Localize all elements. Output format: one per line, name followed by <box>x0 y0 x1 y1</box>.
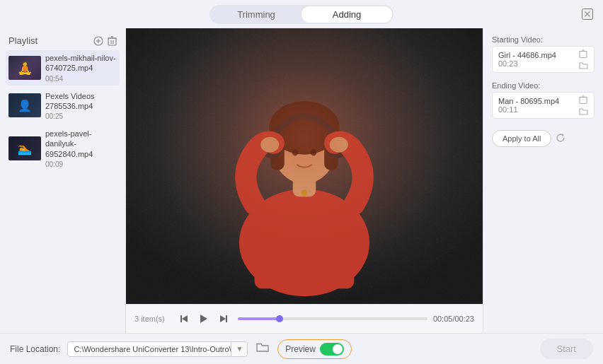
svg-rect-29 <box>580 52 587 58</box>
prev-button[interactable] <box>176 310 193 327</box>
ending-video-label: Ending Video: <box>492 81 595 90</box>
list-item[interactable]: pexels-pavel-danilyuk-6952840.mp4 00:09 <box>6 126 120 171</box>
play-button[interactable] <box>195 310 212 327</box>
svg-point-13 <box>272 110 337 184</box>
progress-bar[interactable] <box>238 317 427 320</box>
ending-video-input: Man - 80695.mp4 00:11 <box>492 92 595 119</box>
svg-point-14 <box>269 101 340 155</box>
tab-adding[interactable]: Adding <box>302 6 392 23</box>
ending-video-actions <box>576 95 588 115</box>
svg-point-18 <box>324 131 349 158</box>
apply-row: Apply to All <box>492 130 595 147</box>
svg-rect-28 <box>226 315 227 322</box>
svg-rect-32 <box>580 98 587 104</box>
control-bar: 3 item(s) <box>126 304 483 333</box>
starting-video-info: Girl - 44686.mp4 00:23 <box>498 51 576 68</box>
delete-item-button[interactable] <box>108 36 117 46</box>
next-button[interactable] <box>215 310 232 327</box>
svg-rect-9 <box>126 28 483 304</box>
browse-folder-button[interactable] <box>255 342 270 356</box>
svg-rect-25 <box>180 315 182 322</box>
ending-video-section: Ending Video: Man - 80695.mp4 00:11 <box>492 81 595 119</box>
svg-point-20 <box>330 137 348 153</box>
start-button[interactable]: Start <box>540 339 593 359</box>
svg-marker-26 <box>200 315 207 323</box>
svg-marker-27 <box>220 315 226 322</box>
ending-video-filename: Man - 80695.mp4 <box>498 97 576 105</box>
starting-video-filename: Girl - 44686.mp4 <box>498 51 576 59</box>
preview-toggle[interactable] <box>320 343 344 356</box>
right-panel: Starting Video: Girl - 44686.mp4 00:23 <box>483 28 603 333</box>
svg-point-10 <box>239 189 369 297</box>
tab-switcher: Trimming Adding <box>209 5 394 24</box>
progress-fill <box>238 317 280 320</box>
svg-marker-35 <box>562 134 564 136</box>
title-bar: Trimming Adding ✕ <box>0 0 603 28</box>
starting-folder-button[interactable] <box>579 61 588 69</box>
play-controls <box>176 310 232 327</box>
main-content: Playlist <box>0 28 603 333</box>
svg-rect-11 <box>255 204 355 288</box>
file-path-dropdown[interactable]: C:\Wondershare UniConverter 13\Intro-Out… <box>67 341 248 357</box>
app-window: Trimming Adding ✕ Playlist <box>0 0 603 364</box>
playlist-item-name: pexels-mikhail-nilov-6740725.mp4 <box>45 53 117 74</box>
svg-rect-15 <box>270 124 285 170</box>
svg-marker-24 <box>182 315 188 322</box>
starting-video-time: 00:23 <box>498 59 576 68</box>
playlist-item-name: Pexels Videos 2785536.mp4 <box>45 91 117 112</box>
sidebar: Playlist <box>0 28 126 333</box>
thumbnail-1 <box>8 56 41 80</box>
playlist-item-duration: 00:09 <box>45 160 117 168</box>
list-item[interactable]: Pexels Videos 2785536.mp4 00:25 <box>6 88 120 124</box>
ending-folder-button[interactable] <box>579 107 588 115</box>
video-area: 3 item(s) <box>126 28 483 333</box>
svg-rect-16 <box>324 124 338 170</box>
ending-video-info: Man - 80695.mp4 00:11 <box>498 97 576 114</box>
ending-video-time: 00:11 <box>498 105 576 114</box>
file-location-label: File Location: <box>10 344 60 354</box>
playlist-item-duration: 00:54 <box>45 75 117 83</box>
playlist-title: Playlist <box>8 35 38 46</box>
svg-point-21 <box>292 149 299 156</box>
time-display: 00:05/00:23 <box>433 315 474 323</box>
apply-to-all-button[interactable]: Apply to All <box>492 130 551 147</box>
playlist-item-name: pexels-pavel-danilyuk-6952840.mp4 <box>45 129 117 159</box>
file-path-text: C:\Wondershare UniConverter 13\Intro-Out… <box>68 342 231 356</box>
starting-video-label: Starting Video: <box>492 35 595 44</box>
starting-video-input: Girl - 44686.mp4 00:23 <box>492 46 595 73</box>
playlist-item-info: pexels-pavel-danilyuk-6952840.mp4 00:09 <box>45 129 117 168</box>
starting-video-section: Starting Video: Girl - 44686.mp4 00:23 <box>492 35 595 73</box>
playlist-item-duration: 00:25 <box>45 112 117 120</box>
starting-video-actions <box>576 49 588 69</box>
close-button[interactable]: ✕ <box>582 8 593 20</box>
video-preview <box>126 28 483 304</box>
svg-rect-8 <box>126 28 483 304</box>
svg-rect-12 <box>293 163 316 197</box>
svg-point-17 <box>260 131 285 158</box>
list-item[interactable]: pexels-mikhail-nilov-6740725.mp4 00:54 <box>6 50 120 86</box>
playlist-items: pexels-mikhail-nilov-6740725.mp4 00:54 P… <box>6 50 120 171</box>
svg-point-19 <box>260 137 279 153</box>
item-count: 3 item(s) <box>134 315 170 323</box>
sidebar-header: Playlist <box>6 33 120 50</box>
bottom-bar: File Location: C:\Wondershare UniConvert… <box>0 333 603 364</box>
toggle-knob <box>333 344 343 354</box>
refresh-button[interactable] <box>556 133 565 145</box>
path-dropdown-arrow[interactable]: ▼ <box>231 342 247 356</box>
svg-point-22 <box>311 149 317 156</box>
tab-trimming[interactable]: Trimming <box>211 6 302 23</box>
ending-delete-button[interactable] <box>579 95 588 105</box>
add-item-button[interactable] <box>93 36 103 46</box>
preview-group: Preview <box>277 339 352 359</box>
thumbnail-2 <box>8 93 41 117</box>
playlist-item-info: Pexels Videos 2785536.mp4 00:25 <box>45 91 117 121</box>
playlist-item-info: pexels-mikhail-nilov-6740725.mp4 00:54 <box>45 53 117 83</box>
preview-label: Preview <box>285 344 316 354</box>
sidebar-actions <box>93 36 117 46</box>
video-container <box>126 28 483 304</box>
starting-delete-button[interactable] <box>579 49 588 59</box>
svg-rect-3 <box>108 38 116 45</box>
svg-point-23 <box>302 190 308 196</box>
progress-thumb <box>276 315 283 322</box>
thumbnail-3 <box>8 136 41 160</box>
